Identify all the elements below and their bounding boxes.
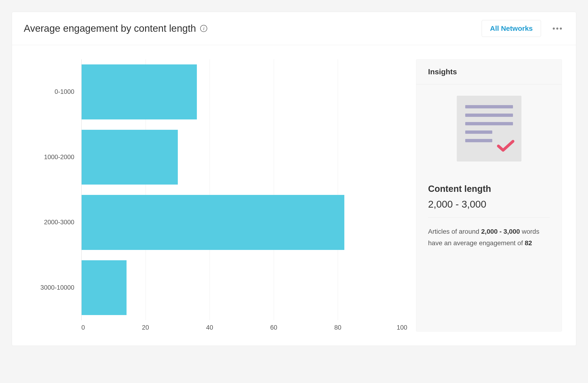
chart-y-axis: 0-1000 1000-2000 2000-3000 3000-10000	[26, 59, 81, 320]
card-title: Average engagement by content length	[24, 23, 196, 34]
y-axis-label: 2000-3000	[26, 190, 74, 255]
bar-chart: 0-1000 1000-2000 2000-3000 3000-10000	[26, 59, 402, 320]
more-options-icon[interactable]	[550, 25, 564, 32]
x-axis-tick: 60	[270, 324, 277, 331]
divider	[428, 218, 550, 218]
chart-bars	[82, 59, 402, 320]
chart-panel: 0-1000 1000-2000 2000-3000 3000-10000	[26, 59, 402, 331]
chart-bar[interactable]	[82, 260, 126, 315]
insights-header: Insights	[416, 60, 562, 84]
x-axis-tick: 40	[206, 324, 213, 331]
x-axis-tick: 80	[334, 324, 341, 331]
y-axis-label: 0-1000	[26, 59, 74, 125]
insights-metric-label: Content length	[428, 184, 550, 194]
network-filter-dropdown[interactable]: All Networks	[482, 20, 541, 37]
chart-bar[interactable]	[82, 195, 344, 250]
card-body: 0-1000 1000-2000 2000-3000 3000-10000	[12, 45, 576, 346]
header-actions: All Networks	[482, 20, 564, 37]
y-axis-label: 3000-10000	[26, 255, 74, 321]
y-axis-label: 1000-2000	[26, 125, 74, 190]
chart-bar[interactable]	[82, 64, 197, 120]
card-title-wrap: Average engagement by content length i	[24, 23, 207, 34]
x-axis-tick: 100	[397, 324, 407, 331]
info-icon[interactable]: i	[200, 25, 207, 32]
chart-plot-area	[81, 59, 402, 320]
insights-panel: Insights Content length 2,000 - 3,000	[416, 59, 562, 331]
card-header: Average engagement by content length i A…	[12, 12, 576, 45]
insights-description: Articles of around 2,000 - 3,000 words h…	[428, 226, 550, 249]
chart-bar-row	[82, 190, 402, 255]
engagement-card: Average engagement by content length i A…	[12, 12, 576, 346]
check-icon	[497, 140, 514, 152]
chart-bar-row	[82, 255, 402, 321]
chart-bar-row	[82, 59, 402, 125]
insights-metric-value: 2,000 - 3,000	[428, 199, 550, 210]
document-check-icon	[457, 96, 522, 161]
chart-bar-row	[82, 125, 402, 190]
chart-bar[interactable]	[82, 130, 178, 185]
x-axis-tick: 20	[142, 324, 149, 331]
